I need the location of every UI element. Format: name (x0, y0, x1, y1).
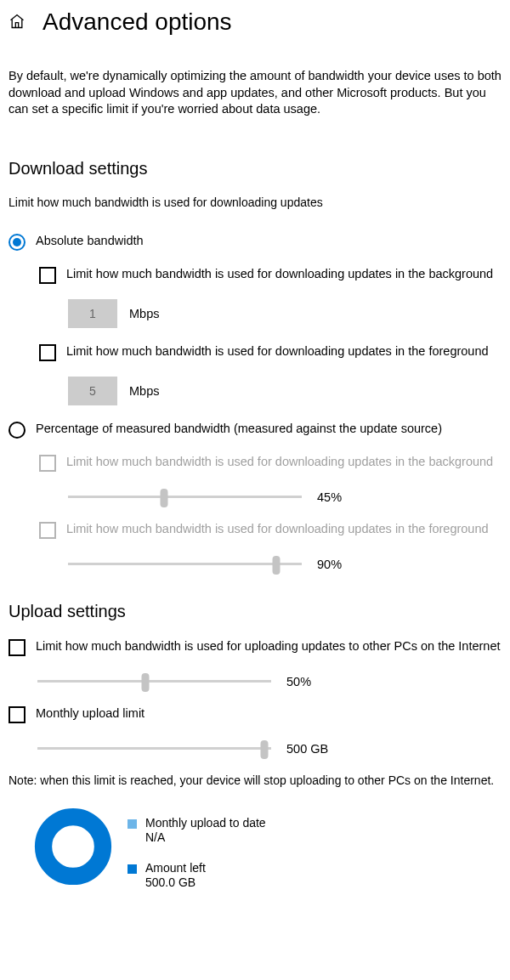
slider-pct-bg (68, 487, 302, 507)
checkbox-download-bg-label: Limit how much bandwidth is used for dow… (66, 266, 493, 283)
input-download-fg-mbps[interactable] (68, 377, 117, 405)
upload-heading: Upload settings (8, 602, 502, 621)
checkbox-monthly-limit-label: Monthly upload limit (36, 705, 144, 722)
unit-mbps-bg: Mbps (129, 307, 159, 320)
legend-swatch-uploaded (128, 819, 137, 829)
slider-upload-bw[interactable] (37, 671, 271, 692)
checkbox-pct-fg-label: Limit how much bandwidth is used for dow… (66, 521, 489, 538)
checkbox-download-bg[interactable] (39, 267, 56, 284)
checkbox-monthly-limit[interactable] (8, 706, 26, 723)
donut-chart (34, 807, 112, 886)
legend-uploaded-label: Monthly upload to date (145, 816, 266, 831)
intro-text: By default, we're dynamically optimizing… (8, 68, 502, 118)
checkbox-download-fg[interactable] (39, 344, 56, 361)
radio-percentage-bandwidth[interactable] (8, 422, 26, 439)
home-icon[interactable] (8, 13, 26, 32)
checkbox-download-fg-label: Limit how much bandwidth is used for dow… (66, 343, 489, 360)
radio-absolute-bandwidth[interactable] (8, 234, 26, 251)
checkbox-upload-bw[interactable] (8, 639, 26, 656)
slider-pct-fg (68, 554, 302, 575)
unit-mbps-fg: Mbps (129, 384, 159, 398)
checkbox-pct-fg (39, 522, 56, 539)
slider-monthly-limit[interactable] (37, 739, 271, 759)
legend-remaining-label: Amount left (145, 861, 206, 876)
radio-absolute-label: Absolute bandwidth (36, 233, 144, 250)
chart-legend: Monthly upload to date N/A Amount left 5… (128, 807, 266, 891)
radio-percentage-label: Percentage of measured bandwidth (measur… (36, 421, 442, 438)
svg-point-0 (43, 817, 103, 876)
slider-monthly-limit-value: 500 GB (286, 742, 337, 756)
upload-note: Note: when this limit is reached, your d… (8, 773, 502, 789)
slider-pct-fg-value: 90% (317, 558, 368, 571)
slider-upload-bw-value: 50% (286, 675, 337, 688)
legend-swatch-remaining (128, 864, 137, 874)
page-title: Advanced options (42, 8, 232, 36)
checkbox-pct-bg-label: Limit how much bandwidth is used for dow… (66, 454, 493, 471)
slider-pct-bg-value: 45% (317, 490, 368, 504)
legend-remaining-value: 500.0 GB (145, 875, 206, 891)
checkbox-pct-bg (39, 455, 56, 472)
checkbox-upload-bw-label: Limit how much bandwidth is used for upl… (36, 638, 501, 655)
download-heading: Download settings (8, 159, 502, 178)
legend-uploaded-value: N/A (145, 830, 266, 846)
input-download-bg-mbps[interactable] (68, 299, 117, 328)
download-subdesc: Limit how much bandwidth is used for dow… (8, 195, 502, 209)
